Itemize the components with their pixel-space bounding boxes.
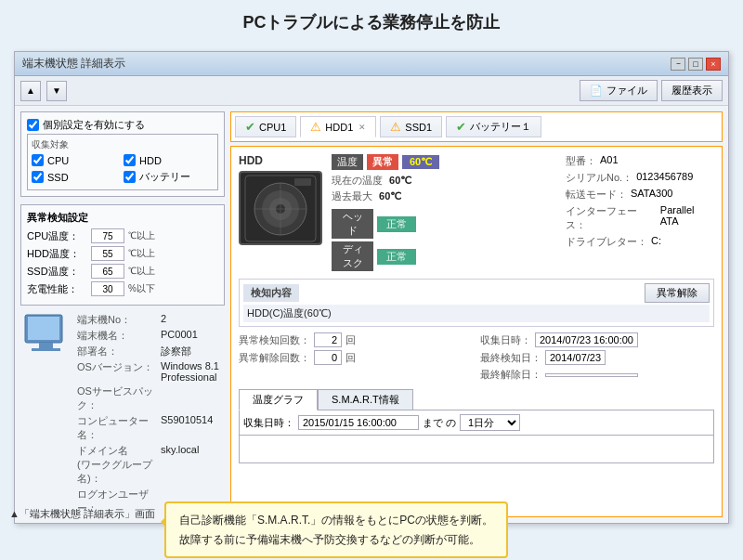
collect-time-label: 収集日時： <box>480 333 531 347</box>
domain-value: sky.local <box>161 444 199 486</box>
detect-count-value: 2 <box>314 332 342 347</box>
model-value: A01 <box>600 154 619 168</box>
detect-count-row: 異常検知回数： 2 回 <box>239 332 473 347</box>
device-icon-area <box>20 313 72 363</box>
left-panel: 個別設定を有効にする 収集対象 CPU HDD <box>20 111 225 517</box>
computer-row: コンピューター名： S59010514 <box>77 414 225 442</box>
hdd1-close-icon[interactable]: ✕ <box>358 123 366 132</box>
tab-cpu1[interactable]: ✔ CPU1 <box>235 116 296 137</box>
transfer-label: 転送モード： <box>566 188 627 202</box>
ssd-checkbox[interactable] <box>32 171 44 183</box>
drive-row: ドライブレター： C: <box>566 235 714 249</box>
terminal-no-label: 端末機No： <box>77 313 161 327</box>
cpu-checkbox-row: CPU <box>32 154 122 166</box>
hdd-image <box>239 171 322 245</box>
charge-row: 充電性能： %以下 <box>27 281 218 296</box>
resolve-count-label: 異常解除回数： <box>239 351 310 365</box>
interface-value: Parallel ATA <box>660 204 714 232</box>
hdd-label: HDD <box>239 154 322 167</box>
ssd-label: SSD <box>47 172 69 183</box>
charge-label: 充電性能： <box>27 282 87 296</box>
hdd-svg <box>243 174 318 243</box>
down-button[interactable]: ▼ <box>46 81 67 101</box>
maximize-button[interactable]: □ <box>688 58 703 71</box>
tab-battery1[interactable]: ✔ バッテリー１ <box>446 116 541 137</box>
last-resolve-value <box>545 373 638 377</box>
computer-label: コンピューター名： <box>77 414 161 442</box>
last-resolve-row: 最終解除日： <box>480 368 714 382</box>
detect-unit: 回 <box>345 333 356 347</box>
ssd-checkbox-row: SSD <box>32 170 122 184</box>
bottom-tabs: 温度グラフ S.M.A.R.T情報 <box>239 389 714 410</box>
last-detect-value: 2014/07/23 <box>545 350 606 365</box>
domain-row: ドメイン名 (ワークグループ名)： sky.local <box>77 444 225 486</box>
serial-row: シリアルNo.： 0123456789 <box>566 171 714 185</box>
resolve-count-value: 0 <box>314 350 342 365</box>
ssd-temp-input[interactable] <box>91 264 124 279</box>
screen-label: ▲「端末機状態 詳細表示」画面 <box>9 501 155 521</box>
collect-date-label: 収集日時： <box>243 416 294 430</box>
cpu-temp-input[interactable] <box>91 228 124 243</box>
hdd-checkbox[interactable] <box>124 154 136 166</box>
hdd-temp-unit: ℃以上 <box>128 247 155 260</box>
resolve-unit: 回 <box>345 351 356 365</box>
disk-status-box: 正常 <box>377 249 416 265</box>
battery-label: バッテリー <box>139 170 190 184</box>
svg-rect-2 <box>39 343 53 348</box>
drive-label: ドライブレター： <box>566 235 647 249</box>
bottom-annotation: ▲「端末機状態 詳細表示」画面 自己診断機能「S.M.A.R.T.」の情報をもと… <box>9 501 734 558</box>
charge-input[interactable] <box>91 281 124 296</box>
date-filter: 収集日時： まで の 1日分 3日分 7日分 30日分 <box>239 410 714 436</box>
os-sp-row: OSサービスパック： <box>77 384 225 412</box>
close-button[interactable]: × <box>706 58 721 71</box>
enable-checkbox[interactable] <box>27 119 39 131</box>
os-value: Windows 8.1 Professional <box>161 360 225 383</box>
period-select[interactable]: 1日分 3日分 7日分 30日分 <box>460 414 520 431</box>
battery-checkbox[interactable] <box>124 171 136 183</box>
bubble-line2: 故障する前に予備端末機へ予防交換するなどの判断が可能。 <box>179 530 493 549</box>
tab-smart[interactable]: S.M.A.R.T情報 <box>318 389 413 410</box>
enable-checkbox-row: 個別設定を有効にする <box>27 118 218 132</box>
cpu-label: CPU <box>47 155 69 166</box>
cpu-temp-label: CPU温度： <box>27 229 87 243</box>
os-row: OSバージョン： Windows 8.1 Professional <box>77 360 225 383</box>
history-button[interactable]: 履歴表示 <box>661 80 723 101</box>
battery-checkbox-row: バッテリー <box>124 170 214 184</box>
file-button[interactable]: 📄 ファイル <box>580 80 658 101</box>
interface-row: インターフェース： Parallel ATA <box>566 204 714 232</box>
tab-temp-graph[interactable]: 温度グラフ <box>239 389 318 410</box>
cpu-temp-row: CPU温度： ℃以上 <box>27 228 218 243</box>
up-button[interactable]: ▲ <box>20 81 41 101</box>
titlebar-controls: － □ × <box>671 58 721 71</box>
cpu-checkbox[interactable] <box>32 154 44 166</box>
enable-label: 個別設定を有効にする <box>43 118 145 132</box>
ssd-temp-unit: ℃以上 <box>128 265 155 278</box>
model-label: 型番： <box>566 154 596 168</box>
disk-label-box: ディスク <box>332 241 373 271</box>
serial-label: シリアルNo.： <box>566 171 632 185</box>
tab-battery1-label: バッテリー１ <box>470 120 531 134</box>
device-info-table: 端末機No： 2 端末機名： PC0001 部署名： 診察部 OSバージョン： … <box>77 313 225 517</box>
collect-date-input[interactable] <box>298 415 419 430</box>
tab-hdd1[interactable]: ⚠ HDD1 ✕ <box>300 116 376 137</box>
collect-time-value: 2014/07/23 16:00:00 <box>535 332 638 347</box>
device-area: 端末機No： 2 端末機名： PC0001 部署名： 診察部 OSバージョン： … <box>20 313 225 517</box>
computer-value: S59010514 <box>161 414 213 442</box>
head-status-box: 正常 <box>377 216 416 232</box>
cpu-temp-unit: ℃以上 <box>128 229 155 242</box>
hdd-detail-panel: HDD <box>230 146 723 517</box>
toolbar: ▲ ▼ 📄 ファイル 履歴表示 <box>15 76 728 106</box>
model-row: 型番： A01 <box>566 154 714 168</box>
dept-value: 診察部 <box>161 345 191 358</box>
pc-icon <box>20 313 72 359</box>
os-sp-label: OSサービスパック： <box>77 384 161 412</box>
tab-ssd1[interactable]: ⚠ SSD1 <box>380 116 442 137</box>
resolve-button[interactable]: 異常解除 <box>645 283 710 303</box>
terminal-name-row: 端末機名： PC0001 <box>77 329 225 343</box>
bottom-tabs-area: 温度グラフ S.M.A.R.T情報 収集日時： まで の 1日分 3日分 7日分… <box>239 389 714 463</box>
minimize-button[interactable]: － <box>671 58 685 71</box>
hdd-temp-input[interactable] <box>91 246 124 261</box>
hdd-temp-row: HDD温度： ℃以上 <box>27 246 218 261</box>
charge-unit: %以下 <box>128 282 155 295</box>
checkboxes-grid: CPU HDD SSD バッテリー <box>32 154 214 186</box>
